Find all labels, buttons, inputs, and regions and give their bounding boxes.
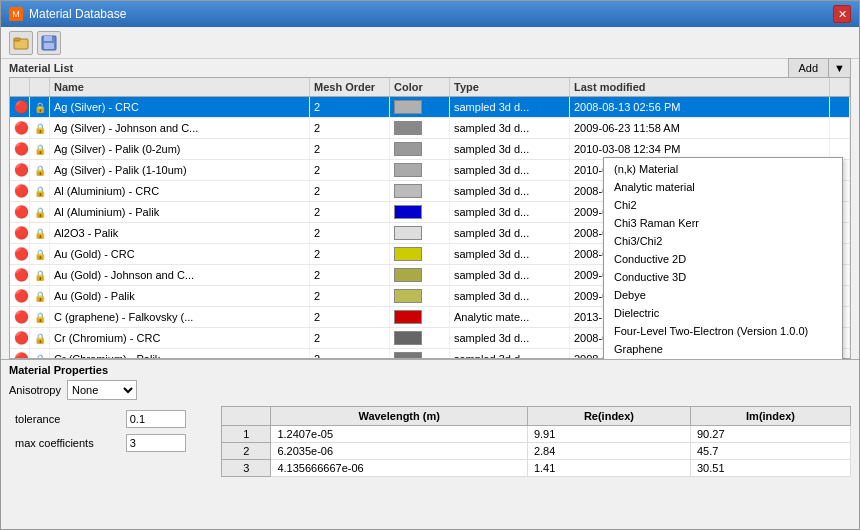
lock-icon: 🔒 [34, 228, 46, 239]
dropdown-item[interactable]: Index perturbation [604, 358, 842, 359]
row-type: sampled 3d d... [450, 118, 570, 138]
dropdown-item[interactable]: Conductive 3D [604, 268, 842, 286]
row-lock: 🔒 [30, 97, 50, 117]
lock-icon: 🔒 [34, 249, 46, 260]
lock-icon: 🔒 [34, 291, 46, 302]
dropdown-item[interactable]: Chi3/Chi2 [604, 232, 842, 250]
row-type: sampled 3d d... [450, 181, 570, 201]
material-type-icon: 🔴 [14, 247, 29, 261]
row-name: C (graphene) - Falkovsky (... [50, 307, 310, 327]
folder-icon [13, 35, 29, 51]
title-bar-left: M Material Database [9, 7, 126, 21]
row-icon: 🔴 [10, 307, 30, 327]
row-type: sampled 3d d... [450, 202, 570, 222]
row-mesh-order: 2 [310, 223, 390, 243]
th-reindex: Re(index) [527, 407, 690, 426]
row-name: Ag (Silver) - Palik (0-2um) [50, 139, 310, 159]
col-modified: Last modified [570, 78, 830, 96]
anisotropy-row: Anisotropy None [9, 380, 851, 400]
th-wavelength: Wavelength (m) [271, 407, 527, 426]
data-imindex: 45.7 [691, 443, 851, 460]
title-bar: M Material Database ✕ [1, 1, 859, 27]
svg-rect-3 [44, 36, 52, 41]
add-button[interactable]: Add [788, 58, 829, 78]
dropdown-item[interactable]: Chi2 [604, 196, 842, 214]
row-name: Cr (Chromium) - Palik [50, 349, 310, 359]
data-table-row: 2 6.2035e-06 2.84 45.7 [222, 443, 851, 460]
add-dropdown-button[interactable]: ▼ [828, 58, 851, 78]
dropdown-item[interactable]: Four-Level Two-Electron (Version 1.0.0) [604, 322, 842, 340]
app-icon: M [9, 7, 23, 21]
col-mesh-order: Mesh Order [310, 78, 390, 96]
property-input[interactable] [126, 434, 186, 452]
row-modified: 2009-06-23 11:58 AM [570, 118, 830, 138]
color-swatch [394, 268, 422, 282]
row-lock: 🔒 [30, 328, 50, 348]
properties-left: tolerance max coefficients [9, 406, 209, 477]
lock-icon: 🔒 [34, 312, 46, 323]
data-wavelength: 6.2035e-06 [271, 443, 527, 460]
th-imindex: Im(index) [691, 407, 851, 426]
material-type-icon: 🔴 [14, 100, 29, 114]
row-type: sampled 3d d... [450, 328, 570, 348]
lock-icon: 🔒 [34, 333, 46, 344]
property-input[interactable] [126, 410, 186, 428]
table-row[interactable]: 🔴 🔒 Ag (Silver) - Johnson and C... 2 sam… [10, 118, 850, 139]
window-title: Material Database [29, 7, 126, 21]
row-lock: 🔒 [30, 160, 50, 180]
row-mesh-order: 2 [310, 307, 390, 327]
row-color [390, 265, 450, 285]
color-swatch [394, 352, 422, 359]
dropdown-item[interactable]: Conductive 2D [604, 250, 842, 268]
material-type-icon: 🔴 [14, 352, 29, 359]
window-content: Material List Add ▼ Name Mesh Order Colo… [1, 27, 859, 529]
row-lock: 🔒 [30, 202, 50, 222]
color-swatch [394, 100, 422, 114]
dropdown-item[interactable]: Dielectric [604, 304, 842, 322]
row-type: sampled 3d d... [450, 160, 570, 180]
properties-row: tolerance max coefficients Wavelength (m… [9, 406, 851, 477]
close-button[interactable]: ✕ [833, 5, 851, 23]
data-reindex: 2.84 [527, 443, 690, 460]
color-swatch [394, 163, 422, 177]
row-color [390, 160, 450, 180]
color-swatch [394, 205, 422, 219]
row-mesh-order: 2 [310, 118, 390, 138]
property-value [122, 408, 207, 430]
property-label: tolerance [11, 408, 120, 430]
anisotropy-select[interactable]: None [67, 380, 137, 400]
table-row[interactable]: 🔴 🔒 Ag (Silver) - CRC 2 sampled 3d d... … [10, 97, 850, 118]
row-name: Ag (Silver) - CRC [50, 97, 310, 117]
dropdown-item[interactable]: Chi3 Raman Kerr [604, 214, 842, 232]
row-mesh-order: 2 [310, 244, 390, 264]
dropdown-item[interactable]: Graphene [604, 340, 842, 358]
row-icon: 🔴 [10, 181, 30, 201]
svg-rect-1 [14, 38, 20, 41]
dropdown-item[interactable]: Debye [604, 286, 842, 304]
row-mesh-order: 2 [310, 139, 390, 159]
row-lock: 🔒 [30, 181, 50, 201]
row-icon: 🔴 [10, 118, 30, 138]
row-mesh-order: 2 [310, 349, 390, 359]
col-icon [10, 78, 30, 96]
color-swatch [394, 226, 422, 240]
table-header: Name Mesh Order Color Type Last modified [10, 78, 850, 97]
row-icon: 🔴 [10, 139, 30, 159]
row-type: sampled 3d d... [450, 223, 570, 243]
toolbar-button-1[interactable] [9, 31, 33, 55]
row-mesh-order: 2 [310, 328, 390, 348]
material-type-icon: 🔴 [14, 289, 29, 303]
row-icon: 🔴 [10, 202, 30, 222]
row-extra [830, 97, 850, 117]
material-type-icon: 🔴 [14, 331, 29, 345]
row-type: sampled 3d d... [450, 265, 570, 285]
svg-rect-4 [44, 43, 54, 49]
toolbar-button-2[interactable] [37, 31, 61, 55]
dropdown-item[interactable]: (n,k) Material [604, 160, 842, 178]
material-type-icon: 🔴 [14, 142, 29, 156]
lock-icon: 🔒 [34, 144, 46, 155]
row-icon: 🔴 [10, 223, 30, 243]
color-swatch [394, 247, 422, 261]
dropdown-item[interactable]: Analytic material [604, 178, 842, 196]
row-type: sampled 3d d... [450, 349, 570, 359]
